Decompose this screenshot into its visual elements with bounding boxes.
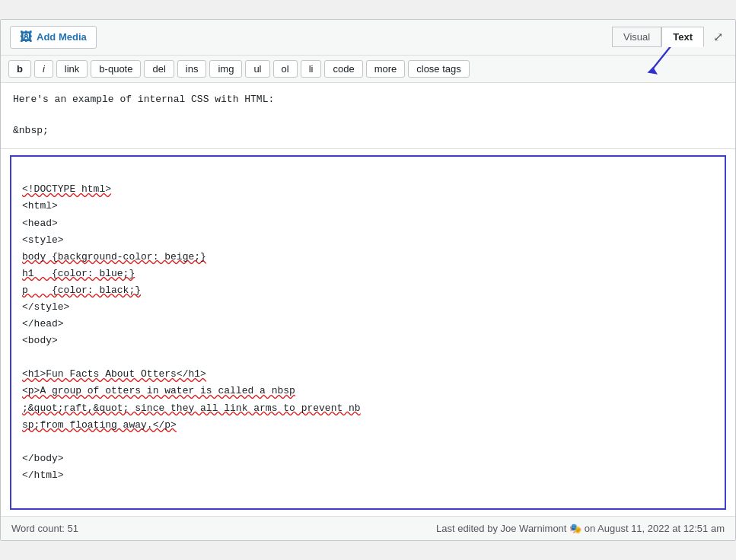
blockquote-btn[interactable]: b-quote: [91, 60, 141, 78]
last-edited-info: Last edited by Joe Warnimont 🎭 on August…: [436, 523, 725, 534]
code-line-h1-style: h1 {color: blue;}: [22, 268, 135, 279]
ins-btn[interactable]: ins: [177, 60, 207, 78]
code-line-html-open: <html>: [22, 200, 58, 212]
ol-btn[interactable]: ol: [273, 60, 298, 78]
editor-intro-area: Here's an example of internal CSS with H…: [1, 83, 735, 149]
word-count-area: Word count: 51: [11, 523, 78, 534]
word-count-value: 51: [67, 523, 78, 534]
intro-line2: &nbsp;: [13, 123, 723, 139]
editor-footer: Word count: 51 Last edited by Joe Warnim…: [1, 516, 735, 540]
add-media-icon: 🖼: [20, 30, 32, 44]
code-line-h1-content: <h1>Fun Facts About Otters</h1>: [22, 368, 206, 380]
editor-code-area[interactable]: <!DOCTYPE html> <html> <head> <style> bo…: [10, 155, 726, 510]
code-line-p-content: <p>A group of otters in water is called …: [22, 385, 361, 430]
bold-btn[interactable]: b: [8, 60, 31, 78]
li-btn[interactable]: li: [301, 60, 322, 78]
code-line-body-style: body {background-color: beige;}: [22, 251, 206, 262]
ul-btn[interactable]: ul: [245, 60, 269, 78]
code-line-style-close: </style>: [22, 301, 69, 313]
add-media-label: Add Media: [37, 31, 87, 43]
toolbar-top: 🖼 Add Media Visual Text ⤢: [1, 20, 735, 56]
top-right-area: Visual Text ⤢: [612, 27, 726, 47]
code-line-head-close: </head>: [22, 318, 64, 329]
add-media-button[interactable]: 🖼 Add Media: [10, 26, 97, 49]
fullscreen-button[interactable]: ⤢: [710, 27, 726, 47]
img-btn[interactable]: img: [209, 60, 242, 78]
view-tabs: Visual Text: [612, 27, 704, 47]
close-tags-btn[interactable]: close tags: [408, 60, 470, 78]
more-btn[interactable]: more: [366, 60, 406, 78]
formatting-toolbar: b i link b-quote del ins img ul ol li co…: [1, 56, 735, 83]
del-btn[interactable]: del: [144, 60, 174, 78]
tab-visual[interactable]: Visual: [612, 27, 661, 47]
code-btn[interactable]: code: [324, 60, 362, 78]
code-line-head-open: <head>: [22, 218, 58, 229]
tab-text[interactable]: Text: [661, 27, 704, 47]
link-btn[interactable]: link: [56, 60, 88, 78]
code-line-body-close: </body>: [22, 453, 64, 464]
code-line-doctype: <!DOCTYPE html>: [22, 183, 111, 195]
italic-btn[interactable]: i: [34, 60, 53, 78]
word-count-label: Word count:: [11, 523, 65, 534]
editor-container: 🖼 Add Media Visual Text ⤢ b i link b-qu: [0, 19, 736, 541]
code-line-body-open: <body>: [22, 335, 58, 346]
code-line-style-open: <style>: [22, 234, 64, 246]
code-line-html-close: </html>: [22, 469, 64, 481]
intro-line1: Here's an example of internal CSS with H…: [13, 92, 723, 108]
code-line-p-style: p {color: black;}: [22, 285, 141, 296]
fullscreen-icon: ⤢: [713, 30, 723, 43]
